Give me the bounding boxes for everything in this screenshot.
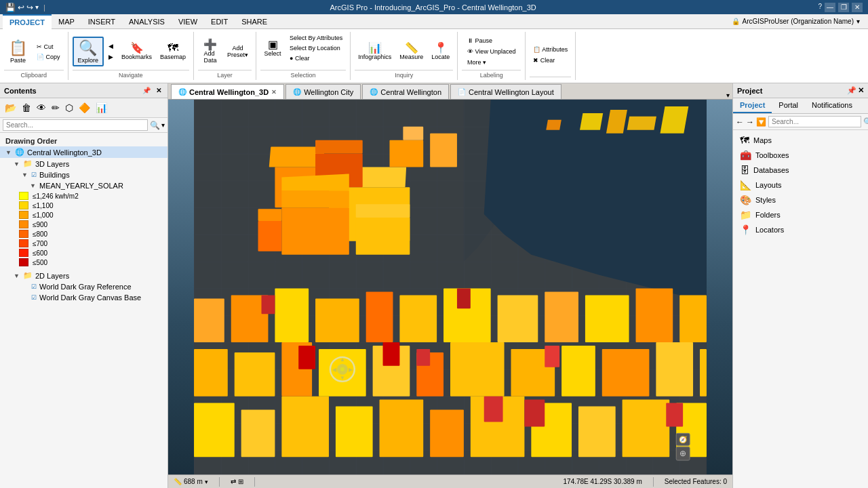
zoom-icon[interactable]: ⊞ bbox=[238, 478, 243, 485]
legend-item-900: ≤900 bbox=[0, 220, 167, 229]
scale-dropdown[interactable]: ▾ bbox=[205, 479, 208, 485]
close-btn[interactable]: ✕ bbox=[852, 3, 863, 12]
minimize-btn[interactable]: — bbox=[825, 3, 835, 12]
nav-prev-button[interactable]: ◀ bbox=[105, 41, 117, 51]
basemap-button[interactable]: 🗺 Basemap bbox=[157, 41, 189, 62]
add-preset-button[interactable]: AddPreset▾ bbox=[224, 43, 252, 60]
project-panel: Project 📌 ✕ Project Portal Notifications… bbox=[732, 83, 868, 488]
redo-icon[interactable]: ↪ bbox=[26, 3, 33, 12]
tab-close-3d[interactable]: ✕ bbox=[271, 89, 277, 96]
scale-value: 688 m bbox=[184, 478, 203, 485]
menu-tab-analysis[interactable]: ANALYSIS bbox=[122, 14, 172, 29]
polygon-icon[interactable]: 🔶 bbox=[77, 100, 92, 115]
bookmarks-button[interactable]: 🔖 Bookmarks bbox=[118, 41, 155, 62]
project-item-layouts[interactable]: 📐 Layouts bbox=[733, 178, 868, 192]
tab-portal[interactable]: Portal bbox=[772, 98, 805, 113]
paste-button[interactable]: 📋 Paste bbox=[4, 37, 32, 66]
contents-title: Contents bbox=[4, 87, 37, 95]
tab-central-wellington-3d[interactable]: 🌐 Central Wellington_3D ✕ bbox=[171, 84, 284, 99]
project-back-btn[interactable]: ← bbox=[736, 117, 744, 127]
world-dark-gray-canvas-layer[interactable]: ☑ World Dark Gray Canvas Base bbox=[0, 292, 167, 303]
svg-rect-25 bbox=[258, 221, 282, 251]
project-search-icon[interactable]: 🔍 bbox=[863, 117, 868, 127]
more-labeling-button[interactable]: More ▾ bbox=[464, 58, 519, 67]
world-dark-gray-reference-layer[interactable]: ☑ World Dark Gray Reference bbox=[0, 281, 167, 292]
nav-next-button[interactable]: ▶ bbox=[105, 52, 117, 62]
project-close-btn[interactable]: ✕ bbox=[858, 86, 864, 95]
2d-layers-group[interactable]: ▼ 📁 2D Layers bbox=[0, 270, 167, 281]
menu-tab-view[interactable]: VIEW bbox=[172, 14, 204, 29]
select-button[interactable]: ▣ Select bbox=[260, 37, 285, 59]
remove-layer-icon[interactable]: 🗑 bbox=[20, 100, 33, 115]
svg-rect-16 bbox=[315, 140, 363, 154]
maximize-btn[interactable]: ❐ bbox=[838, 3, 849, 12]
pause-labeling-button[interactable]: ⏸ Pause bbox=[464, 36, 519, 45]
map-canvas[interactable]: ▲ ▼ ◀ ▶ ⊕ 🧭 bbox=[168, 100, 732, 474]
menu-tab-project[interactable]: PROJECT bbox=[3, 14, 52, 29]
search-icon[interactable]: 🔍 bbox=[150, 121, 160, 130]
svg-rect-18 bbox=[430, 134, 457, 167]
project-search-input[interactable] bbox=[768, 116, 861, 127]
svg-rect-19 bbox=[403, 127, 423, 140]
tab-central-wellington[interactable]: 🌐 Central Wellington bbox=[362, 84, 449, 99]
app-title: ArcGIS Pro - Introducing_ArcGIS_Pro - Ce… bbox=[48, 3, 818, 12]
sync-controls: ⇄ ⊞ bbox=[231, 478, 243, 485]
save-icon[interactable]: 💾 bbox=[5, 3, 16, 12]
infographics-button[interactable]: 📊 Infographics bbox=[355, 41, 395, 62]
contents-search-input[interactable] bbox=[3, 119, 148, 131]
clear-selection-button[interactable]: ● Clear bbox=[286, 54, 346, 63]
contents-close-btn[interactable]: ✕ bbox=[154, 86, 163, 95]
tab-list-btn[interactable]: ▾ bbox=[726, 92, 730, 99]
tab-wellington-city[interactable]: 🌐 Wellington City bbox=[285, 84, 361, 99]
buildings-layer[interactable]: ▼ ☑ Buildings bbox=[0, 169, 167, 180]
edit-layer-icon[interactable]: ✏ bbox=[50, 100, 62, 115]
map-layer-item[interactable]: ▼ 🌐 Central Wellington_3D bbox=[0, 146, 167, 158]
project-item-toolboxes[interactable]: 🧰 Toolboxes bbox=[733, 148, 868, 163]
add-layer-icon[interactable]: 📂 bbox=[3, 100, 18, 115]
project-item-styles[interactable]: 🎨 Styles bbox=[733, 192, 868, 207]
3d-layers-group[interactable]: ▼ 📁 3D Layers bbox=[0, 158, 167, 169]
add-data-button[interactable]: ➕ AddData bbox=[198, 37, 222, 66]
sync-icon[interactable]: ⇄ bbox=[231, 478, 236, 485]
project-item-maps[interactable]: 🗺 Maps bbox=[733, 133, 868, 148]
dropdown-icon[interactable]: ▾ bbox=[35, 3, 39, 11]
copy-button[interactable]: 📄 Copy bbox=[33, 52, 64, 62]
tab-bar: 🌐 Central Wellington_3D ✕ 🌐 Wellington C… bbox=[168, 83, 732, 100]
title-bar: 💾 ↩ ↪ ▾ | ArcGIS Pro - Introducing_ArcGI… bbox=[0, 0, 868, 14]
cut-button[interactable]: ✂ Cut bbox=[33, 42, 64, 52]
project-item-folders[interactable]: 📁 Folders bbox=[733, 207, 868, 222]
group-layer-icon[interactable]: ⬡ bbox=[63, 100, 75, 115]
svg-point-73 bbox=[340, 367, 344, 371]
project-item-databases[interactable]: 🗄 Databases bbox=[733, 163, 868, 178]
project-filter-icon[interactable]: 🔽 bbox=[756, 117, 766, 127]
locate-button[interactable]: 📍 Locate bbox=[428, 41, 453, 62]
project-item-locators[interactable]: 📍 Locators bbox=[733, 222, 868, 237]
help-icon[interactable]: ? bbox=[818, 3, 822, 12]
attributes-button[interactable]: 📋 Attributes bbox=[530, 45, 571, 54]
search-options-icon[interactable]: ▾ bbox=[161, 121, 165, 129]
tab-central-wellington-layout[interactable]: 📄 Central Wellington Layout bbox=[450, 84, 561, 99]
visibility-icon[interactable]: 👁 bbox=[35, 100, 48, 115]
project-pin-btn[interactable]: 📌 bbox=[847, 86, 856, 95]
svg-rect-60 bbox=[636, 288, 673, 342]
clear-button[interactable]: ✖ Clear bbox=[530, 56, 571, 65]
view-unplaced-button[interactable]: 👁 View Unplaced bbox=[464, 47, 519, 56]
contents-pin-btn[interactable]: 📌 bbox=[140, 86, 153, 95]
measure-button[interactable]: 📏 Measure bbox=[396, 41, 427, 62]
chart-icon[interactable]: 📊 bbox=[94, 100, 109, 115]
menu-tab-edit[interactable]: EDIT bbox=[204, 14, 235, 29]
select-by-location-button[interactable]: Select By Location bbox=[286, 43, 346, 53]
tab-project[interactable]: Project bbox=[733, 98, 772, 113]
menu-tab-share[interactable]: SHARE bbox=[235, 14, 274, 29]
svg-rect-53 bbox=[315, 298, 359, 342]
undo-icon[interactable]: ↩ bbox=[18, 3, 24, 12]
scale-control[interactable]: 📏 688 m ▾ bbox=[174, 478, 208, 485]
project-forward-btn[interactable]: → bbox=[746, 117, 754, 127]
svg-rect-62 bbox=[298, 346, 315, 369]
tab-notifications[interactable]: Notifications bbox=[805, 98, 859, 113]
solar-layer[interactable]: ▼ MEAN_YEARLY_SOLAR bbox=[0, 180, 167, 191]
select-by-attributes-button[interactable]: Select By Attributes bbox=[286, 33, 346, 43]
menu-tab-insert[interactable]: INSERT bbox=[81, 14, 122, 29]
menu-tab-map[interactable]: MAP bbox=[52, 14, 81, 29]
explore-button[interactable]: 🔍 Explore bbox=[73, 37, 104, 66]
